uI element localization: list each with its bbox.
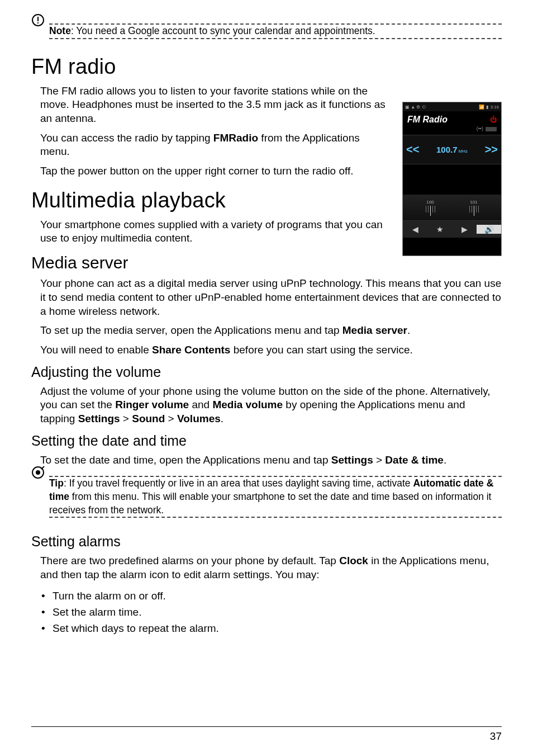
- status-time: 3:18: [490, 105, 499, 110]
- sound-label: Sound: [132, 413, 165, 424]
- alarms-bullets: Turn the alarm on or off. Set the alarm …: [40, 588, 502, 637]
- footer-divider: [31, 726, 502, 727]
- tuner-row: << 100.7MHz >>: [403, 135, 501, 164]
- note-text: Note: You need a Google account to sync …: [49, 25, 502, 38]
- text: >: [120, 413, 132, 424]
- dial-tick: 100: [416, 200, 444, 216]
- note-label: Note: [49, 25, 71, 36]
- list-item: Set which days to repeat the alarm.: [40, 620, 502, 636]
- target-icon: [31, 466, 45, 479]
- text: : If you travel frequently or live in an…: [64, 478, 413, 489]
- text: and: [189, 399, 212, 410]
- text: You will need to enable: [40, 344, 152, 356]
- text: To set the date and time, open the Appli…: [40, 454, 331, 466]
- frequency-value: 100.7: [436, 145, 458, 154]
- bar-icon: [486, 127, 497, 131]
- phone-statusbar: ▣ ▲ ⚙ ⏲ 📶 ▮ 3:18: [403, 102, 501, 111]
- note-body: : You need a Google account to sync your…: [71, 25, 375, 36]
- status-left-icons: ▣ ▲ ⚙ ⏲: [405, 105, 426, 110]
- heading-media-server: Media server: [31, 253, 502, 272]
- frequency-display: 100.7MHz: [436, 145, 468, 155]
- text: .: [407, 324, 410, 336]
- volume-p1: Adjust the volume of your phone using th…: [40, 385, 502, 426]
- text: There are two predefined alarms on your …: [40, 555, 339, 566]
- settings-label: Settings: [78, 413, 120, 424]
- alarms-p1: There are two predefined alarms on your …: [40, 554, 502, 582]
- dial-value: 101: [470, 200, 477, 205]
- signal-icon: (••): [477, 126, 483, 131]
- share-contents-label: Share Contents: [152, 344, 230, 356]
- svg-point-4: [36, 470, 40, 475]
- media-volume-label: Media volume: [212, 399, 283, 410]
- battery-icon: ▮: [486, 105, 488, 110]
- media-server-label: Media server: [342, 324, 407, 336]
- clock-label: Clock: [339, 555, 368, 566]
- date-time-label: Date & time: [385, 454, 444, 466]
- ringer-volume-label: Ringer volume: [115, 399, 189, 410]
- phone-spacer: [403, 164, 501, 195]
- page-number: 37: [490, 730, 502, 743]
- svg-rect-2: [37, 22, 39, 23]
- media-server-p3: You will need to enable Share Contents b…: [40, 343, 502, 357]
- tip-callout: Tip: If you travel frequently or live in…: [31, 472, 502, 521]
- heading-alarms: Setting alarms: [31, 533, 502, 550]
- fm-radio-title: FM Radio: [407, 115, 448, 125]
- tune-down-button[interactable]: <<: [406, 143, 419, 156]
- volumes-label: Volumes: [177, 413, 221, 424]
- settings-label: Settings: [331, 454, 373, 466]
- text: To set up the media server, open the App…: [40, 324, 342, 336]
- heading-fm-radio: FM radio: [31, 55, 502, 79]
- speaker-button[interactable]: 🔊: [477, 225, 501, 234]
- dial-strip[interactable]: 100 101: [403, 195, 501, 220]
- text: >: [165, 413, 177, 424]
- divider: [49, 517, 502, 518]
- text: before you can start using the service.: [230, 344, 412, 356]
- phone-titlebar: FM Radio ⏻: [403, 111, 501, 126]
- datetime-p1: To set the date and time, open the Appli…: [40, 453, 502, 467]
- frequency-unit: MHz: [459, 149, 468, 154]
- media-server-p2: To set up the media server, open the App…: [40, 324, 502, 338]
- text: from this menu. This will enable your sm…: [49, 491, 491, 516]
- text: You can access the radio by tapping: [40, 132, 213, 144]
- text: >: [373, 454, 386, 466]
- dial-tick: 101: [460, 200, 488, 216]
- tip-text: Tip: If you travel frequently or live in…: [49, 477, 502, 517]
- heading-volume: Adjusting the volume: [31, 364, 502, 380]
- divider: [49, 38, 502, 39]
- svg-rect-1: [37, 17, 39, 21]
- list-item: Turn the alarm on or off.: [40, 588, 502, 604]
- tip-label: Tip: [49, 478, 64, 489]
- note-callout: Note: You need a Google account to sync …: [31, 20, 502, 42]
- phone-bottom-bar: ◀ ★ ▶ 🔊: [403, 220, 501, 238]
- wifi-icon: 📶: [479, 105, 484, 110]
- media-server-p1: Your phone can act as a digital media se…: [40, 277, 502, 318]
- dial-value: 100: [426, 200, 434, 205]
- phone-subbar: (••): [403, 126, 501, 135]
- text: .: [221, 413, 223, 424]
- alert-icon: [31, 13, 45, 27]
- power-icon[interactable]: ⏻: [490, 116, 497, 124]
- tune-up-button[interactable]: >>: [485, 143, 498, 156]
- text: .: [444, 454, 446, 466]
- next-button[interactable]: ▶: [452, 225, 477, 234]
- prev-button[interactable]: ◀: [403, 225, 427, 234]
- fm-radio-screenshot: ▣ ▲ ⚙ ⏲ 📶 ▮ 3:18 FM Radio ⏻ (••) << 100.…: [402, 102, 502, 256]
- heading-datetime: Setting the date and time: [31, 433, 502, 449]
- list-item: Set the alarm time.: [40, 604, 502, 620]
- fmradio-appname: FMRadio: [213, 132, 258, 144]
- favorite-button[interactable]: ★: [427, 225, 452, 234]
